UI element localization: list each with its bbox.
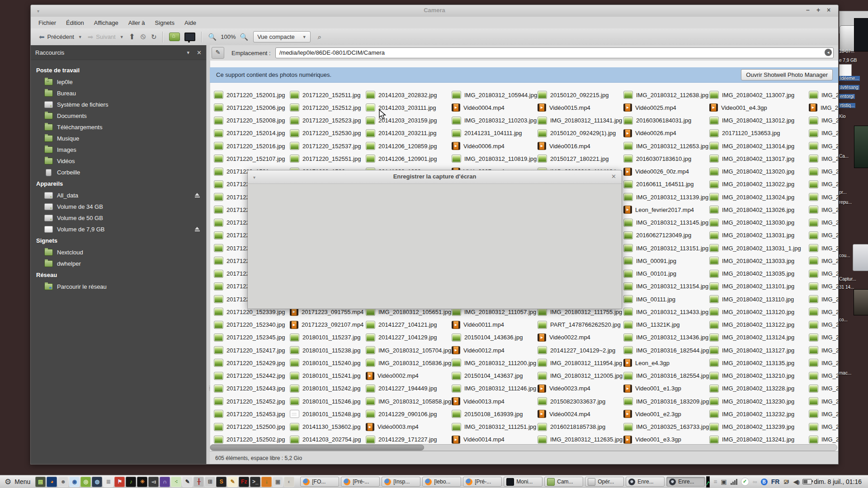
file-item[interactable]: ▶Vidéo0022.mp4 xyxy=(538,331,628,344)
desktop-icon-label[interactable]: rtistiq... xyxy=(839,103,855,108)
file-item[interactable]: ▶Vidéo0013.mp4 xyxy=(452,395,542,408)
desktop-icon-label[interactable]: cou... xyxy=(839,253,850,258)
launcher-green-bubbles-icon[interactable]: ⁖ xyxy=(171,477,181,487)
file-item[interactable]: 20150120_092215.jpg xyxy=(538,89,628,101)
titlebar[interactable]: ▾ Camera – + × xyxy=(31,5,838,17)
up-button[interactable]: ⬆ xyxy=(129,32,135,42)
desktop-icon-label[interactable]: 18-07... xyxy=(839,49,854,54)
file-item[interactable]: IMG_201 xyxy=(809,395,839,408)
file-item[interactable]: ▶Vidéo0016.mp4 xyxy=(538,140,628,152)
file-item[interactable]: IMG_201 xyxy=(809,331,839,344)
file-item[interactable]: IMG_20180312_113436.jpg xyxy=(623,331,714,344)
file-item[interactable]: IMG_20180312_111341.jpg xyxy=(538,114,628,127)
desktop-icon-label[interactable]: Idéeme... xyxy=(839,76,860,81)
file-item[interactable]: ▶Vidéo0011.mp4 xyxy=(452,319,542,331)
file-item[interactable]: IMG_20180402_113020.jpg xyxy=(709,165,800,178)
file-item[interactable]: 20150120_092429(1).jpg xyxy=(538,127,628,140)
file-item[interactable]: IMG_20180316_182544.jpg xyxy=(623,344,714,357)
file-item[interactable]: IMG_20180312_112635.jpg xyxy=(538,433,628,446)
launcher-messenger-icon[interactable]: ☻ xyxy=(58,477,68,487)
sidebar-item-t-l-chargements[interactable]: Téléchargements xyxy=(31,122,206,133)
minimize-button[interactable]: – xyxy=(805,6,811,14)
launcher-firefox-icon[interactable]: ◕ xyxy=(47,477,57,487)
tray-rings-icon[interactable]: ∞ xyxy=(753,478,757,485)
file-item[interactable]: IMG_201 xyxy=(809,216,839,229)
file-item[interactable]: IMG_20180312_105944.jpg xyxy=(452,89,542,101)
file-item[interactable]: IMG_201 xyxy=(809,408,839,420)
tray-display-icon[interactable]: ▣ xyxy=(721,478,726,485)
edit-path-button[interactable]: ✎ xyxy=(212,47,224,59)
desktop-icon-label[interactable]: repu... xyxy=(839,200,852,205)
sidebar-header[interactable]: Raccourcis ▾ ✕ xyxy=(31,45,206,60)
file-item[interactable]: IMG_20180402_113014.jpg xyxy=(709,140,800,152)
file-item[interactable]: IMG_20180402_113127.jpg xyxy=(709,344,800,357)
file-item[interactable]: IMG_20180402_113232.jpg xyxy=(709,408,800,420)
file-item[interactable]: ▶Vidéo0012.mp4 xyxy=(452,344,542,357)
file-item[interactable]: IMG_20180312_111200.jpg xyxy=(452,357,542,369)
eject-icon[interactable] xyxy=(195,193,200,197)
launcher-notes-icon[interactable]: ✎ xyxy=(227,477,238,487)
launcher-media-spiral-icon[interactable]: ◎ xyxy=(80,477,91,487)
sidebar-item-all-data[interactable]: All_data xyxy=(31,190,206,201)
file-item[interactable]: IMG_201 xyxy=(809,344,839,357)
battery-icon[interactable] xyxy=(802,479,812,484)
file-item[interactable]: IMG_201 xyxy=(809,305,839,318)
file-item[interactable]: IMG_201 xyxy=(809,165,839,178)
file-item[interactable]: IMG_20180402_113239.jpg xyxy=(709,421,800,433)
dialog-close-icon[interactable]: ✕ xyxy=(611,173,616,180)
file-item[interactable]: IMG_00101.jpg xyxy=(623,267,714,280)
menu-aller[interactable]: Aller à xyxy=(124,18,149,28)
file-item[interactable]: IMG_201 xyxy=(809,293,839,305)
file-item[interactable]: IMG_201 xyxy=(809,319,839,331)
desktop-icon-label[interactable]: 31 14... xyxy=(839,285,854,290)
file-item[interactable]: ▶Leon_fevrier2017.mp4 xyxy=(623,203,714,216)
taskbar-window-button[interactable]: [lebo... xyxy=(422,477,461,487)
file-item[interactable]: IMG_20180402_113012.jpg xyxy=(709,114,800,127)
launcher-audio-headset-icon[interactable]: ∩ xyxy=(160,477,170,487)
menu-dition[interactable]: Édition xyxy=(62,18,88,28)
file-item[interactable]: IMG_20180312_105858.jpg xyxy=(366,395,456,408)
sidebar-item-dwhelper[interactable]: dwhelper xyxy=(31,258,206,269)
file-item[interactable]: IMG_00091.jpg xyxy=(623,254,714,267)
system-monitor-graph[interactable] xyxy=(706,476,710,488)
file-item[interactable]: ▶Vidéo0003.mp4 xyxy=(366,421,456,433)
taskbar-window-button[interactable]: Moni... xyxy=(504,477,542,487)
launcher-volume-sphere-icon[interactable]: ◐ xyxy=(284,477,294,487)
file-item[interactable]: IMG_201 xyxy=(809,254,839,267)
file-item[interactable]: 20141206_120901.jpg xyxy=(366,152,456,165)
file-item[interactable]: 20141227_104129~2.jpg xyxy=(538,344,628,357)
sidebar-header-dropdown-icon[interactable]: ▾ xyxy=(187,50,190,56)
file-item[interactable]: ▶Vidéo0025.mp4 xyxy=(623,101,714,114)
file-item[interactable]: ▶Video001_e1.3gp xyxy=(623,382,714,395)
sidebar-item-nextcloud[interactable]: Nextcloud xyxy=(31,247,206,258)
file-item[interactable]: IMG_201 xyxy=(809,267,839,280)
file-item[interactable]: IMG_201 xyxy=(809,127,839,140)
sidebar-splitter[interactable]: ⋮⋮ xyxy=(206,45,210,464)
desktop-icon-label[interactable]: Kio xyxy=(839,114,845,119)
file-item[interactable]: IMG_20180402_113035.jpg xyxy=(709,267,800,280)
launcher-search-globe-icon[interactable]: ◍ xyxy=(92,477,102,487)
menu-fichier[interactable]: Fichier xyxy=(34,18,60,28)
file-item[interactable]: IMG_20180312_112638.jpg xyxy=(623,89,714,101)
file-item[interactable]: IMG_20180402_113110.jpg xyxy=(709,293,800,305)
desktop-device-thumbnail[interactable] xyxy=(853,244,868,271)
file-item[interactable]: 20141203_203211.jpg xyxy=(366,127,456,140)
file-item[interactable]: ▶Video001_e3.3gp xyxy=(623,433,714,446)
zoom-in-button[interactable]: 🔍 xyxy=(240,33,248,41)
file-item[interactable]: 20160627123049.jpg xyxy=(623,229,714,242)
file-item[interactable]: IMG_201 xyxy=(809,421,839,433)
file-item[interactable]: ▶Leon_e4.3gp xyxy=(623,357,714,369)
tray-grip-icon[interactable]: ≡ xyxy=(713,478,717,485)
sidebar-item-parcourir-le-r-seau[interactable]: Parcourir le réseau xyxy=(31,281,206,292)
dialog-titlebar[interactable]: ▾ Enregistrer la capture d'écran ✕ xyxy=(248,170,622,184)
file-item[interactable]: 20160306184031.jpg xyxy=(623,114,714,127)
file-item[interactable]: ▶Vidéo0006.mp4 xyxy=(452,140,542,152)
forward-button[interactable]: ➡ Suivant ▼ xyxy=(85,31,127,43)
desktop-icon-label[interactable]: co... xyxy=(839,317,848,322)
file-item[interactable]: 20141229_090106.jpg xyxy=(366,408,456,420)
launcher-terminal-icon[interactable]: >_ xyxy=(250,477,260,487)
file-item[interactable]: 20160611_164511.jpg xyxy=(623,178,714,191)
file-item[interactable]: IMG_20180402_113024.jpg xyxy=(709,191,800,203)
keyboard-layout[interactable]: FR xyxy=(771,478,780,485)
file-item[interactable]: 20150104_143637.jpg xyxy=(452,370,542,382)
